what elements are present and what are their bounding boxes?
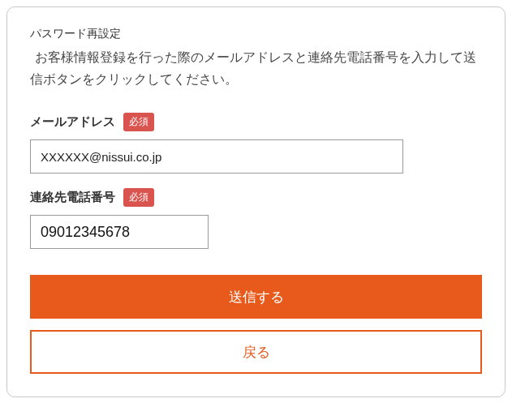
page-description: お客様情報登録を行った際のメールアドレスと連絡先電話番号を入力して送信ボタンをク… [30, 46, 482, 90]
email-label: メールアドレス [30, 114, 115, 130]
submit-button[interactable]: 送信する [30, 275, 482, 319]
phone-label-row: 連絡先電話番号 必須 [30, 188, 482, 207]
phone-input[interactable] [30, 215, 209, 249]
password-reset-form: パスワード再設定 お客様情報登録を行った際のメールアドレスと連絡先電話番号を入力… [6, 6, 506, 397]
email-field-group: メールアドレス 必須 [30, 113, 482, 174]
email-input[interactable] [30, 139, 403, 174]
page-title: パスワード再設定 [30, 27, 482, 41]
required-badge: 必須 [123, 188, 154, 207]
back-button[interactable]: 戻る [30, 330, 482, 374]
required-badge: 必須 [123, 113, 154, 131]
phone-label: 連絡先電話番号 [30, 190, 115, 205]
phone-field-group: 連絡先電話番号 必須 [30, 188, 482, 249]
email-label-row: メールアドレス 必須 [30, 113, 482, 131]
